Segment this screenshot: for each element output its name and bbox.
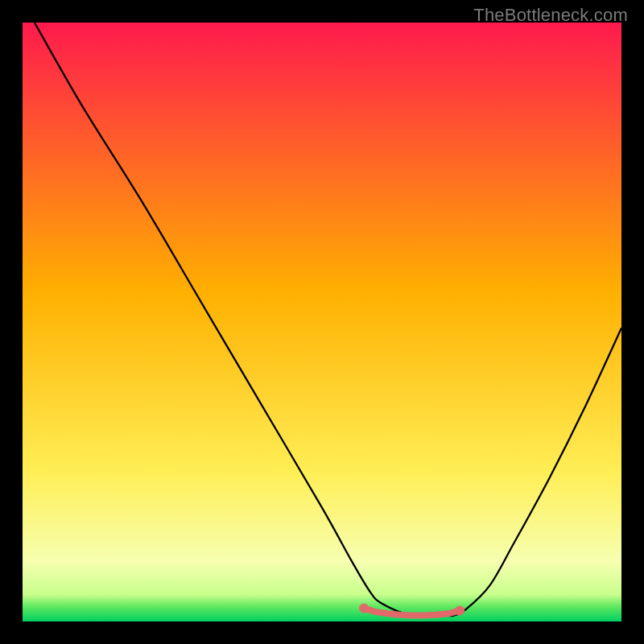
curve-layer — [23, 23, 621, 621]
optimal-range-markers — [359, 604, 464, 616]
optimal-range-dot — [359, 604, 369, 613]
watermark-text: TheBottleneck.com — [473, 5, 628, 26]
bottleneck-curve — [35, 23, 621, 617]
optimal-range-dot — [455, 606, 464, 616]
optimal-range-line — [364, 609, 460, 616]
chart-container: TheBottleneck.com — [0, 0, 644, 644]
plot-area — [23, 23, 621, 621]
